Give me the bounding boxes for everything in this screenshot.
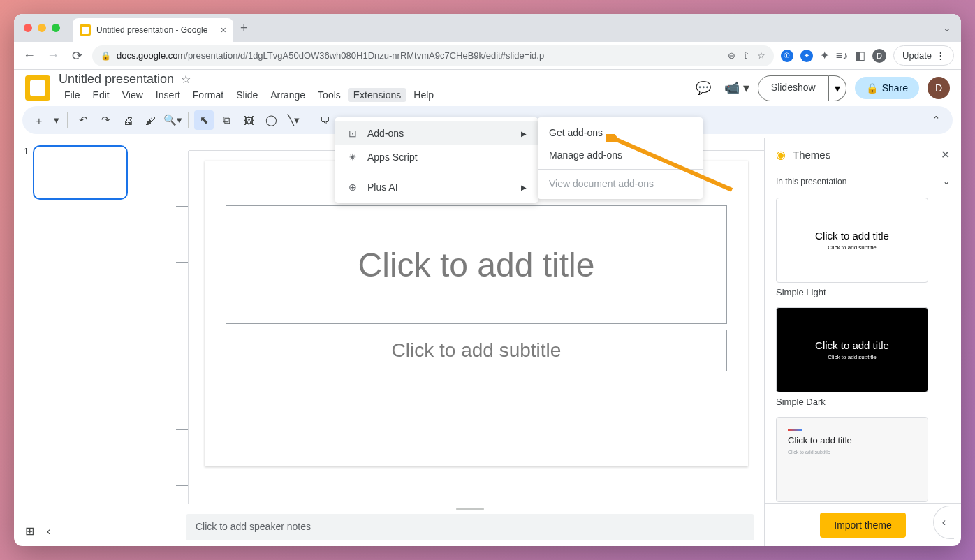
paint-format-button[interactable]: 🖌 [140,110,160,130]
title-placeholder[interactable]: Click to add title [226,205,727,324]
menu-slide[interactable]: Slide [230,88,263,102]
themes-title: Themes [793,149,934,161]
side-panel-icon[interactable]: ◧ [855,49,865,62]
zoom-button[interactable]: 🔍▾ [163,110,182,130]
filmstrip-collapse-button[interactable]: ‹ [47,525,50,538]
addons-icon: ⊡ [346,127,359,140]
menu-plus-ai[interactable]: ⊕ Plus AI ▶ [335,175,538,199]
back-button[interactable]: ← [21,47,38,64]
browser-toolbar: ← → ⟳ 🔒 docs.google.com/presentation/d/1… [14,42,961,70]
menu-extensions[interactable]: Extensions [348,88,406,102]
print-button[interactable]: 🖨 [118,110,138,130]
import-theme-button[interactable]: Import theme [820,513,905,538]
undo-button[interactable]: ↶ [73,110,93,130]
menu-arrange[interactable]: Arrange [265,88,311,102]
share-button[interactable]: 🔒 Share [855,77,919,99]
slides-favicon [80,24,91,36]
browser-tab[interactable]: Untitled presentation - Google × [73,18,233,42]
menu-view[interactable]: View [117,88,149,102]
slides-logo[interactable] [25,75,50,101]
meet-button[interactable]: 📹 ▾ [724,75,749,101]
filmstrip: 1 [14,138,176,546]
menu-insert[interactable]: Insert [150,88,186,102]
menu-format[interactable]: Format [187,88,229,102]
menu-get-addons[interactable]: Get add-ons [538,121,703,144]
plus-ai-icon: ⊕ [346,181,359,193]
subtitle-placeholder[interactable]: Click to add subtitle [226,330,727,371]
redo-button[interactable]: ↷ [96,110,115,130]
notes-resize-handle[interactable] [176,504,764,514]
tab-title: Untitled presentation - Google [96,25,215,35]
lock-icon: 🔒 [101,51,111,61]
bookmark-icon[interactable]: ☆ [757,50,765,61]
new-tab-button[interactable]: + [240,21,248,36]
slide-number: 1 [24,145,29,200]
menu-view-document-addons: View document add-ons [538,172,703,195]
comments-button[interactable]: 💬 [691,75,716,101]
new-slide-button[interactable]: + [29,110,49,130]
image-tool[interactable]: 🖼 [239,110,258,130]
line-tool[interactable]: ╲▾ [284,110,303,130]
reading-list-icon[interactable]: ≡♪ [836,50,848,62]
new-slide-dropdown[interactable]: ▾ [52,110,61,130]
reload-button[interactable]: ⟳ [68,47,85,64]
url-text: docs.google.com/presentation/d/1dgLTvgA5… [117,50,544,61]
apps-script-icon: ✴ [346,151,359,163]
slide-canvas[interactable]: Click to add title Click to add subtitle [205,161,748,466]
theme-simple-light[interactable]: Click to add title Click to add subtitle… [776,198,950,297]
maximize-window-button[interactable] [52,24,60,32]
slide-thumbnail-1[interactable] [33,145,128,200]
forward-button[interactable]: → [45,47,61,64]
shape-tool[interactable]: ◯ [261,110,281,130]
theme-simple-dark[interactable]: Click to add title Click to add subtitle… [776,307,950,407]
vertical-ruler [176,151,189,504]
account-avatar[interactable]: D [928,77,950,99]
comment-add-button[interactable]: 🗨 [315,110,335,130]
star-button[interactable]: ☆ [181,73,191,86]
extensions-puzzle-icon[interactable]: ✦ [820,49,829,62]
speaker-notes[interactable]: Click to add speaker notes [186,514,754,540]
window-titlebar: Untitled presentation - Google × + ⌄ [14,14,961,42]
menu-edit[interactable]: Edit [87,88,115,102]
addons-submenu: Get add-ons Manage add-ons View document… [538,117,703,199]
tabs-dropdown-button[interactable]: ⌄ [943,22,951,34]
profile-avatar[interactable]: D [872,49,886,63]
menu-bar: File Edit View Insert Format Slide Arran… [59,87,439,105]
close-tab-button[interactable]: × [221,24,226,36]
themes-icon: ◉ [776,148,786,161]
menu-tools[interactable]: Tools [312,88,346,102]
slideshow-dropdown[interactable]: ▾ [829,75,846,101]
grid-view-button[interactable]: ⊞ [25,524,34,538]
update-browser-button[interactable]: Update⋮ [893,45,954,66]
close-themes-button[interactable]: ✕ [941,148,950,161]
themes-section-toggle[interactable]: In this presentation⌄ [765,171,961,192]
document-title[interactable]: Untitled presentation [59,72,174,87]
close-window-button[interactable] [24,24,32,32]
extension-1password-icon[interactable]: ① [781,50,793,62]
slideshow-button[interactable]: Slideshow [758,75,829,101]
app-header: Untitled presentation ☆ File Edit View I… [14,70,961,103]
extensions-menu: ⊡ Add-ons ▶ ✴ Apps Script ⊕ Plus AI ▶ [335,117,538,203]
textbox-tool[interactable]: ⧉ [217,110,236,130]
collapse-toolbar-button[interactable]: ⌃ [926,110,946,130]
address-bar[interactable]: 🔒 docs.google.com/presentation/d/1dgLTvg… [92,45,774,66]
menu-help[interactable]: Help [408,88,439,102]
zoom-icon[interactable]: ⊖ [728,50,735,61]
menu-file[interactable]: File [59,88,86,102]
theme-streamline[interactable]: Click to add title Click to add subtitle… [776,417,950,503]
submenu-arrow-icon: ▶ [521,130,527,138]
share-url-icon[interactable]: ⇧ [742,50,750,61]
menu-addons[interactable]: ⊡ Add-ons ▶ [335,121,538,145]
minimize-window-button[interactable] [38,24,46,32]
lock-icon: 🔒 [866,82,878,94]
submenu-arrow-icon: ▶ [521,184,527,191]
select-tool[interactable]: ⬉ [194,110,214,130]
themes-panel: ◉ Themes ✕ In this presentation⌄ Click t… [764,138,961,546]
menu-manage-addons[interactable]: Manage add-ons [538,144,703,166]
extension-icon[interactable]: ✦ [800,50,813,62]
menu-apps-script[interactable]: ✴ Apps Script [335,145,538,169]
